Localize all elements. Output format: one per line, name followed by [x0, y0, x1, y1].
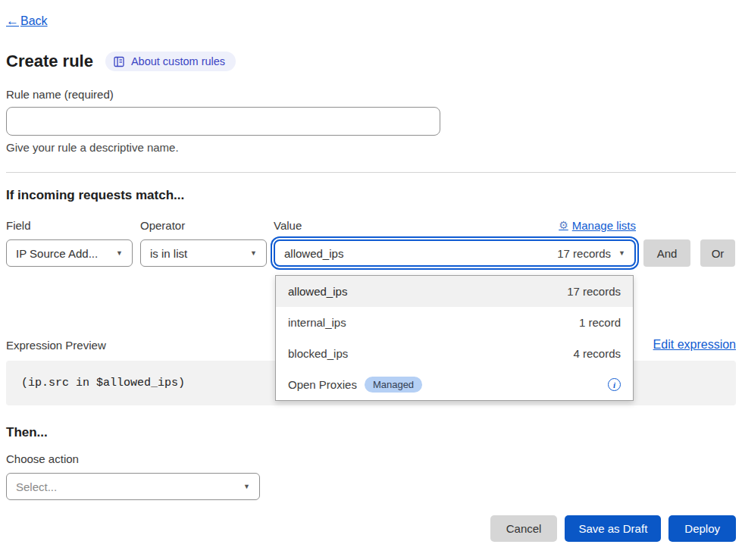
or-button[interactable]: Or	[700, 239, 735, 267]
andor-buttons: And Or	[643, 239, 735, 267]
info-icon[interactable]: i	[608, 378, 621, 391]
edit-expression-link[interactable]: Edit expression	[653, 338, 736, 352]
back-label: Back	[20, 14, 48, 27]
rule-name-helper: Give your rule a descriptive name.	[6, 141, 736, 154]
list-item-allowed-ips[interactable]: allowed_ips 17 records	[276, 276, 633, 307]
list-item-records: 17 records	[567, 285, 621, 298]
list-item-left: Open Proxies Managed	[288, 377, 422, 393]
field-label: Field	[6, 218, 133, 232]
value-selected: allowed_ips	[284, 247, 343, 260]
value-label: Value	[274, 219, 302, 232]
then-heading: Then...	[6, 425, 736, 440]
back-arrow-icon: ←	[6, 14, 19, 28]
list-item-name: Open Proxies	[288, 378, 357, 391]
manage-lists-label: Manage lists	[572, 219, 636, 232]
gear-icon: ⚙	[559, 219, 568, 231]
rule-name-label: Rule name (required)	[6, 88, 736, 101]
operator-label: Operator	[140, 218, 267, 232]
list-item-name: blocked_ips	[288, 347, 348, 360]
save-as-draft-button[interactable]: Save as Draft	[565, 515, 661, 542]
managed-badge: Managed	[365, 377, 422, 393]
list-item-name: allowed_ips	[288, 285, 347, 298]
list-item-internal-ips[interactable]: internal_ips 1 record	[276, 307, 633, 338]
value-combobox[interactable]: allowed_ips 17 records ▼	[274, 239, 636, 267]
value-column: Value ⚙Manage lists allowed_ips 17 recor…	[274, 218, 636, 267]
expression-preview-label: Expression Preview	[6, 339, 106, 352]
cancel-button[interactable]: Cancel	[490, 515, 558, 542]
back-row: ←Back	[6, 14, 736, 29]
operator-column: Operator is in list ▼	[140, 218, 267, 267]
lists-dropdown-panel: allowed_ips 17 records internal_ips 1 re…	[275, 275, 634, 401]
deploy-button[interactable]: Deploy	[668, 515, 736, 542]
and-button[interactable]: And	[643, 239, 690, 267]
field-column: Field IP Source Add... ▼	[6, 218, 133, 267]
chevron-down-icon: ▼	[250, 249, 257, 257]
choose-action-label: Choose action	[6, 452, 736, 465]
create-rule-page: ←Back Create rule About custom rules Rul…	[0, 0, 742, 560]
page-title: Create rule	[6, 52, 93, 71]
title-row: Create rule About custom rules	[6, 52, 736, 71]
value-combo-right: 17 records ▼	[557, 247, 625, 260]
list-item-records: 1 record	[579, 316, 621, 329]
chevron-down-icon: ▼	[116, 249, 123, 257]
about-label: About custom rules	[131, 55, 225, 67]
back-link[interactable]: ←Back	[6, 14, 48, 27]
manage-lists-link[interactable]: ⚙Manage lists	[559, 219, 636, 232]
list-item-open-proxies[interactable]: Open Proxies Managed i	[276, 369, 633, 400]
chevron-down-icon: ▼	[243, 483, 250, 490]
book-icon	[113, 56, 125, 67]
list-item-blocked-ips[interactable]: blocked_ips 4 records	[276, 338, 633, 369]
footer-actions: Cancel Save as Draft Deploy	[6, 515, 736, 542]
chevron-down-icon: ▼	[618, 249, 625, 257]
operator-select[interactable]: is in list ▼	[140, 239, 267, 267]
field-select[interactable]: IP Source Add... ▼	[6, 239, 133, 267]
section-divider	[6, 172, 736, 173]
expression-code: (ip.src in $allowed_ips)	[21, 377, 185, 389]
field-value: IP Source Add...	[16, 247, 98, 260]
match-section-heading: If incoming requests match...	[6, 188, 736, 203]
condition-row: Field IP Source Add... ▼ Operator is in …	[6, 218, 736, 267]
action-placeholder: Select...	[16, 480, 57, 493]
value-records-count: 17 records	[557, 247, 611, 260]
operator-value: is in list	[150, 247, 187, 260]
rule-name-input[interactable]	[6, 107, 440, 136]
value-label-line: Value ⚙Manage lists	[274, 218, 636, 232]
about-custom-rules-link[interactable]: About custom rules	[105, 52, 236, 71]
list-item-records: 4 records	[573, 347, 621, 360]
action-select[interactable]: Select... ▼	[6, 473, 260, 500]
list-item-name: internal_ips	[288, 316, 346, 329]
